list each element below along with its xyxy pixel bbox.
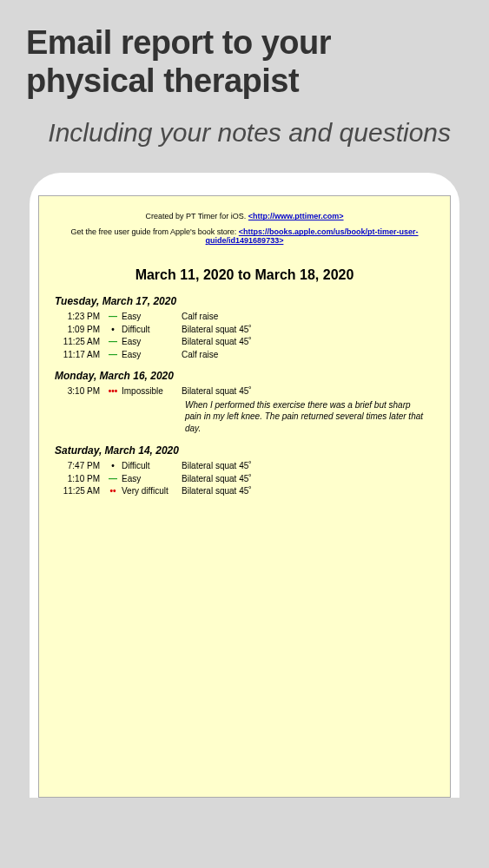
marketing-subtitle: Including your notes and questions	[0, 108, 489, 173]
day-heading: Saturday, March 14, 2020	[55, 444, 436, 457]
difficulty-icon: —	[107, 473, 119, 486]
guide-text: Get the free user guide from Apple's boo…	[70, 227, 238, 236]
marketing-title: Email report to your physical therapist	[0, 0, 489, 108]
entry-difficulty: •Difficult	[107, 324, 182, 337]
difficulty-icon: —	[107, 336, 119, 349]
difficulty-label: Very difficult	[122, 485, 169, 498]
entry-time: 7:47 PM	[56, 460, 107, 473]
entry-difficulty: ••Very difficult	[107, 485, 182, 498]
difficulty-label: Easy	[122, 311, 141, 324]
entry-difficulty: —Easy	[107, 336, 182, 349]
entry-note: When I performed this exercise there was…	[185, 398, 427, 437]
entry-exercise: Bilateral squat 45˚	[182, 385, 436, 398]
entry-difficulty: •••Impossible	[107, 385, 182, 398]
entry-row: 1:10 PM—EasyBilateral squat 45˚	[53, 473, 436, 486]
entry-exercise: Calf raise	[182, 311, 436, 324]
day-heading: Monday, March 16, 2020	[55, 370, 436, 382]
entry-row: 3:10 PM•••ImpossibleBilateral squat 45˚	[53, 385, 436, 398]
entry-row: 11:17 AM—EasyCalf raise	[53, 349, 436, 362]
entry-time: 1:10 PM	[56, 473, 107, 486]
difficulty-icon: •	[107, 324, 119, 337]
difficulty-icon: —	[107, 349, 119, 362]
report-document: Created by PT Timer for iOS. <http://www…	[38, 195, 451, 798]
entry-row: 7:47 PM•DifficultBilateral squat 45˚	[53, 460, 436, 473]
pttimer-link[interactable]: <http://www.pttimer.com>	[248, 212, 344, 220]
entry-time: 11:25 AM	[56, 336, 107, 349]
entry-row: 1:09 PM•DifficultBilateral squat 45˚	[53, 324, 436, 337]
difficulty-icon: •••	[107, 385, 119, 398]
created-by-text: Created by PT Timer for iOS.	[145, 212, 248, 220]
difficulty-label: Easy	[122, 336, 141, 349]
report-header: Created by PT Timer for iOS. <http://www…	[53, 212, 436, 245]
difficulty-icon: ••	[107, 485, 119, 498]
entry-difficulty: —Easy	[107, 473, 182, 486]
day-heading: Tuesday, March 17, 2020	[55, 295, 436, 307]
entry-time: 11:17 AM	[56, 349, 107, 362]
entry-row: 11:25 AM—EasyBilateral squat 45˚	[53, 336, 436, 349]
entry-exercise: Calf raise	[182, 349, 436, 362]
entry-exercise: Bilateral squat 45˚	[182, 473, 436, 486]
difficulty-label: Difficult	[122, 460, 150, 473]
device-frame: Created by PT Timer for iOS. <http://www…	[30, 173, 459, 798]
difficulty-label: Easy	[122, 473, 141, 486]
difficulty-label: Difficult	[122, 324, 150, 337]
difficulty-label: Impossible	[122, 385, 163, 398]
entry-exercise: Bilateral squat 45˚	[182, 324, 436, 337]
entry-exercise: Bilateral squat 45˚	[182, 485, 436, 498]
difficulty-icon: •	[107, 460, 119, 473]
entry-time: 3:10 PM	[56, 385, 107, 398]
entry-row: 11:25 AM••Very difficultBilateral squat …	[53, 485, 436, 498]
entry-time: 1:09 PM	[56, 324, 107, 337]
date-range-title: March 11, 2020 to March 18, 2020	[53, 267, 436, 283]
entry-difficulty: —Easy	[107, 349, 182, 362]
entry-row: 1:23 PM—EasyCalf raise	[53, 311, 436, 324]
difficulty-label: Easy	[122, 349, 141, 362]
report-body: Tuesday, March 17, 20201:23 PM—EasyCalf …	[53, 295, 436, 498]
entry-exercise: Bilateral squat 45˚	[182, 460, 436, 473]
entry-exercise: Bilateral squat 45˚	[182, 336, 436, 349]
entry-time: 1:23 PM	[56, 311, 107, 324]
entry-difficulty: •Difficult	[107, 460, 182, 473]
entry-time: 11:25 AM	[56, 485, 107, 498]
entry-difficulty: —Easy	[107, 311, 182, 324]
difficulty-icon: —	[107, 311, 119, 324]
